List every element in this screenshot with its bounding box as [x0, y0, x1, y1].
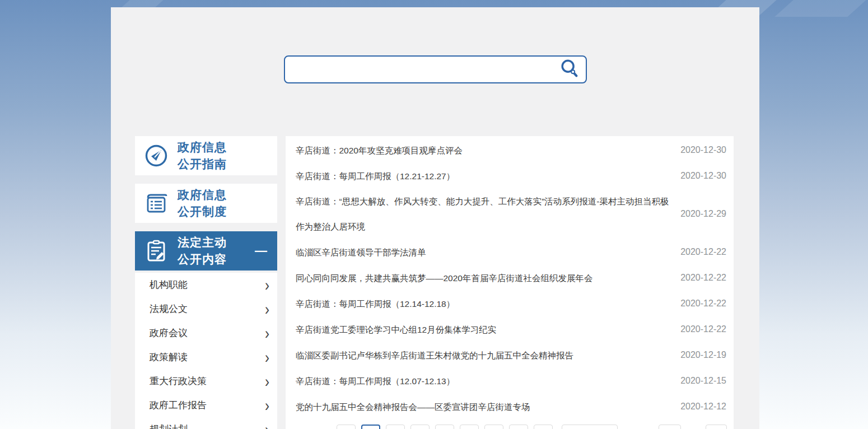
news-title-link[interactable]: 辛店街道党工委理论学习中心组12月份集体学习纪实 — [296, 317, 669, 342]
pagination-button[interactable] — [410, 425, 430, 429]
submenu-item-label: 机构职能 — [150, 278, 265, 291]
pagination-button[interactable] — [509, 425, 528, 429]
news-row: 辛店街道党工委理论学习中心组12月份集体学习纪实 2020-12-22 — [296, 316, 726, 342]
news-list: 辛店街道：2020年攻坚克难项目观摩点评会 2020-12-30 辛店街道：每周… — [296, 137, 726, 419]
news-date: 2020-12-30 — [680, 145, 726, 155]
submenu-item-label: 重大行政决策 — [150, 375, 265, 388]
chevron-right-icon: › — [265, 373, 269, 390]
submenu-item-label: 规划计划 — [150, 423, 265, 429]
news-title-link[interactable]: 党的十九届五中全会精神报告会——区委宣讲团辛店街道专场 — [296, 394, 669, 419]
news-row: 临淄区辛店街道领导干部学法清单 2020-12-22 — [296, 239, 726, 265]
sidebar-item-label: 政府信息 公开指南 — [178, 139, 277, 172]
sidebar: 政府信息 公开指南 政府信息 公开制度 — [135, 136, 277, 429]
sidebar-submenu-item[interactable]: 政府工作报告 › — [135, 393, 277, 417]
news-row: 辛店街道：“思想大解放、作风大转变、能力大提升、工作大落实”活动系列报道-渠村主… — [296, 189, 726, 239]
sidebar-submenu-item[interactable]: 政府会议 › — [135, 321, 277, 345]
pagination-button[interactable] — [460, 425, 479, 429]
news-row: 辛店街道：每周工作周报（12.07-12.13） 2020-12-15 — [296, 368, 726, 394]
chevron-right-icon: › — [265, 301, 269, 318]
news-date: 2020-12-15 — [680, 376, 726, 386]
clipboard-pen-icon — [135, 238, 178, 264]
chevron-right-icon: › — [265, 397, 269, 414]
news-title-link[interactable]: 临淄区委副书记卢华栋到辛店街道王朱村做党的十九届五中全会精神报告 — [296, 343, 669, 368]
news-title-link[interactable]: 辛店街道：2020年攻坚克难项目观摩点评会 — [296, 138, 669, 163]
submenu-item-label: 政府会议 — [150, 327, 265, 339]
news-title-link[interactable]: 辛店街道：每周工作周报（12.14-12.18） — [296, 291, 669, 316]
search-key-icon — [559, 58, 580, 81]
sidebar-item-statutory-disclosure[interactable]: 法定主动 公开内容 — — [135, 231, 277, 271]
news-row: 辛店街道：2020年攻坚克难项目观摩点评会 2020-12-30 — [296, 137, 726, 163]
pagination-button[interactable] — [562, 425, 618, 429]
sidebar-item-label: 政府信息 公开制度 — [178, 186, 277, 220]
chevron-right-icon: › — [265, 421, 269, 429]
sidebar-item-public-info-guide[interactable]: 政府信息 公开指南 — [135, 136, 277, 175]
sidebar-submenu-item[interactable]: 规划计划 › — [135, 417, 277, 429]
search-button[interactable] — [559, 58, 580, 81]
pagination-button[interactable] — [659, 425, 681, 429]
news-row: 同心同向同发展，共建共赢共筑梦——2020年首届辛店街道社会组织发展年会 202… — [296, 265, 726, 291]
sidebar-item-label: 法定主动 公开内容 — [178, 234, 255, 268]
chevron-right-icon: › — [265, 325, 269, 342]
sidebar-submenu-item[interactable]: 法规公文 › — [135, 297, 277, 321]
news-date: 2020-12-22 — [680, 299, 726, 309]
search-area — [111, 55, 759, 83]
news-date: 2020-12-29 — [680, 209, 726, 219]
sidebar-submenu-item[interactable]: 重大行政决策 › — [135, 369, 277, 393]
search-input[interactable] — [294, 58, 559, 81]
news-date: 2020-12-22 — [680, 247, 726, 257]
sidebar-submenu-item[interactable]: 机构职能 › — [135, 273, 277, 297]
compass-icon — [135, 143, 178, 169]
news-row: 辛店街道：每周工作周报（12.14-12.18） 2020-12-22 — [296, 291, 726, 316]
news-date: 2020-12-22 — [680, 324, 726, 334]
news-title-link[interactable]: 辛店街道：每周工作周报（12.07-12.13） — [296, 369, 669, 394]
pagination — [337, 425, 732, 429]
news-date: 2020-12-22 — [680, 273, 726, 283]
sidebar-submenu: 机构职能 › 法规公文 › 政府会议 › 政策解读 › 重大行政决策 › 政府工… — [135, 273, 277, 429]
news-date: 2020-12-19 — [680, 350, 726, 360]
submenu-item-label: 政策解读 — [150, 351, 265, 363]
chevron-right-icon: › — [265, 277, 269, 293]
pagination-button[interactable] — [386, 425, 405, 429]
pagination-button[interactable] — [706, 425, 727, 429]
news-title-link[interactable]: 辛店街道：“思想大解放、作风大转变、能力大提升、工作大落实”活动系列报道-渠村主… — [296, 189, 669, 239]
pagination-button[interactable] — [484, 425, 503, 429]
search-box — [284, 55, 587, 83]
pagination-button[interactable] — [435, 425, 454, 429]
pagination-button[interactable] — [337, 425, 356, 429]
news-date: 2020-12-12 — [680, 402, 726, 412]
pagination-button[interactable] — [361, 425, 380, 429]
pagination-button[interactable] — [534, 425, 553, 429]
news-title-link[interactable]: 同心同向同发展，共建共赢共筑梦——2020年首届辛店街道社会组织发展年会 — [296, 265, 669, 291]
sidebar-item-public-info-system[interactable]: 政府信息 公开制度 — [135, 184, 277, 223]
news-row: 临淄区委副书记卢华栋到辛店街道王朱村做党的十九届五中全会精神报告 2020-12… — [296, 342, 726, 368]
sidebar-submenu-item[interactable]: 政策解读 › — [135, 345, 277, 369]
submenu-item-label: 政府工作报告 — [150, 399, 265, 412]
chevron-right-icon: › — [265, 349, 269, 366]
news-title-link[interactable]: 临淄区辛店街道领导干部学法清单 — [296, 240, 669, 265]
collapse-indicator-icon[interactable]: — — [255, 244, 277, 258]
header-light-streak — [774, 0, 866, 17]
news-row: 辛店街道：每周工作周报（12.21-12.27） 2020-12-30 — [296, 163, 726, 189]
content-panel: 政府信息 公开指南 政府信息 公开制度 — [111, 7, 759, 429]
news-title-link[interactable]: 辛店街道：每周工作周报（12.21-12.27） — [296, 164, 669, 189]
news-row: 党的十九届五中全会精神报告会——区委宣讲团辛店街道专场 2020-12-12 — [296, 394, 726, 419]
news-list-panel: 辛店街道：2020年攻坚克难项目观摩点评会 2020-12-30 辛店街道：每周… — [286, 136, 734, 429]
notebook-icon — [135, 190, 178, 216]
submenu-item-label: 法规公文 — [150, 302, 265, 315]
news-date: 2020-12-30 — [680, 171, 726, 181]
